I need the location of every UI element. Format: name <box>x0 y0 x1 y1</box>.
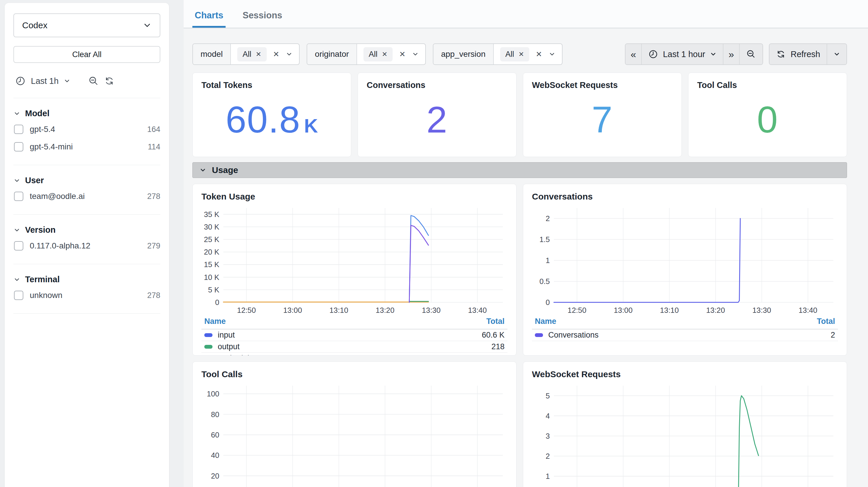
tool-calls-chart[interactable]: 12:5013:0013:1013:2013:3013:402040608010… <box>202 382 507 487</box>
source-select-value: Codex <box>22 21 48 30</box>
checkbox[interactable] <box>14 241 23 251</box>
svg-text:30 K: 30 K <box>204 223 219 231</box>
tab-charts[interactable]: Charts <box>192 10 226 28</box>
clear-all-button[interactable]: Clear All <box>13 46 160 63</box>
section-header-user[interactable]: User <box>13 175 160 185</box>
chevron-down-icon <box>13 177 21 184</box>
filter-item: 0.117.0-alpha.12 279 <box>13 239 160 252</box>
clock-icon <box>648 49 658 59</box>
chevron-down-icon[interactable] <box>412 51 419 58</box>
chevron-down-icon <box>13 110 21 117</box>
clear-filter-icon[interactable]: ✕ <box>536 50 542 59</box>
legend-name-header[interactable]: Name <box>204 317 226 326</box>
tab-bar: Charts Sessions <box>184 0 868 28</box>
refresh-icon <box>776 49 786 59</box>
remove-value-icon[interactable]: ✕ <box>519 51 524 58</box>
chevron-down-icon <box>834 51 840 57</box>
svg-text:12:50: 12:50 <box>237 306 256 314</box>
chevron-down-icon <box>143 21 152 30</box>
chevron-down-icon <box>13 227 21 234</box>
legend-row[interactable]: output 218 <box>202 341 507 353</box>
section-header-terminal[interactable]: Terminal <box>13 275 160 284</box>
chart-card-tool-calls: Tool Calls 12:5013:0013:1013:2013:3013:4… <box>192 361 517 487</box>
controls-row: model All ✕ ✕ originator All <box>192 43 847 65</box>
svg-text:60: 60 <box>211 431 219 439</box>
websocket-requests-chart[interactable]: 12:5013:0013:1013:2013:3013:4012345 <box>532 382 838 487</box>
sidebar-time-range-label[interactable]: Last 1h <box>31 76 59 86</box>
filter-chip-model: model All ✕ ✕ <box>192 43 300 65</box>
clear-filter-icon[interactable]: ✕ <box>273 50 280 59</box>
filter-value-pill[interactable]: All ✕ <box>500 47 529 61</box>
filter-item: gpt-5.4-mini 114 <box>13 140 160 153</box>
section-header-model[interactable]: Model <box>13 109 160 118</box>
checkbox[interactable] <box>14 192 23 201</box>
sidebar-time-controls: Last 1h <box>13 76 160 86</box>
filter-value-pill[interactable]: All ✕ <box>364 47 393 61</box>
divider <box>13 165 160 165</box>
stat-value: 0 <box>757 98 778 141</box>
legend-row[interactable]: input 60.6 K <box>202 329 507 341</box>
svg-text:1: 1 <box>546 472 550 480</box>
svg-text:13:40: 13:40 <box>468 306 487 314</box>
source-select[interactable]: Codex <box>13 13 160 37</box>
filter-chip-originator: originator All ✕ ✕ <box>307 43 426 65</box>
svg-text:0.5: 0.5 <box>539 277 550 286</box>
svg-text:1.5: 1.5 <box>539 235 550 244</box>
legend-table: Name Total Conversations 2 <box>532 316 838 341</box>
filter-value-pill[interactable]: All ✕ <box>237 47 267 61</box>
chevron-down-icon <box>200 167 206 173</box>
clear-filter-icon[interactable]: ✕ <box>399 50 405 59</box>
svg-text:20 K: 20 K <box>204 248 219 256</box>
stat-card-websocket-requests: WebSocket Requests 7 <box>523 72 682 157</box>
section-header-version[interactable]: Version <box>13 225 160 235</box>
chevron-down-icon[interactable] <box>64 78 70 84</box>
filter-chip-app-version: app_version All ✕ ✕ <box>433 43 562 65</box>
svg-text:13:10: 13:10 <box>329 306 348 314</box>
time-back-button[interactable]: « <box>625 44 642 64</box>
filter-sidebar: Codex Clear All Last 1h Model <box>5 3 169 487</box>
svg-text:12:50: 12:50 <box>567 306 586 314</box>
svg-text:100: 100 <box>207 390 219 398</box>
series-swatch <box>204 345 213 349</box>
legend-table: Name Total input 60.6 K output 218 <box>202 316 507 356</box>
svg-text:13:00: 13:00 <box>614 306 632 314</box>
svg-text:13:10: 13:10 <box>660 306 679 314</box>
svg-text:2: 2 <box>546 215 550 223</box>
stat-card-total-tokens: Total Tokens 60.8 K <box>192 72 351 157</box>
clock-icon <box>15 76 26 86</box>
conversations-chart[interactable]: 12:5013:0013:1013:2013:3013:4000.511.52 <box>532 204 838 316</box>
zoom-out-button[interactable] <box>739 44 763 64</box>
chart-card-conversations: Conversations 12:5013:0013:1013:2013:301… <box>523 184 847 356</box>
time-forward-button[interactable]: » <box>723 44 740 64</box>
checkbox[interactable] <box>14 142 23 152</box>
stat-card-tool-calls: Tool Calls 0 <box>688 72 847 157</box>
refresh-button[interactable]: Refresh <box>770 44 827 64</box>
legend-total-header[interactable]: Total <box>817 317 835 326</box>
checkbox[interactable] <box>14 291 23 300</box>
svg-text:13:30: 13:30 <box>752 306 771 314</box>
chart-card-websocket-requests: WebSocket Requests 12:5013:0013:1013:201… <box>523 361 847 487</box>
usage-section-header[interactable]: Usage <box>192 162 847 178</box>
remove-value-icon[interactable]: ✕ <box>382 51 388 58</box>
tab-sessions[interactable]: Sessions <box>240 10 284 28</box>
legend-row[interactable]: Conversations 2 <box>532 329 838 341</box>
svg-text:0: 0 <box>215 298 219 306</box>
legend-row[interactable]: cached_input 53.0 K <box>202 353 507 356</box>
stat-suffix: K <box>304 115 318 137</box>
chevron-down-icon[interactable] <box>286 51 292 58</box>
refresh-interval-button[interactable] <box>827 44 846 64</box>
legend-name-header[interactable]: Name <box>535 317 556 326</box>
zoom-out-icon[interactable] <box>88 76 99 86</box>
legend-total-header[interactable]: Total <box>487 317 505 326</box>
remove-value-icon[interactable]: ✕ <box>256 51 261 58</box>
time-range-button[interactable]: Last 1 hour <box>641 44 722 64</box>
checkbox[interactable] <box>14 125 23 134</box>
zoom-out-icon <box>746 49 756 59</box>
stat-value: 7 <box>592 98 613 141</box>
chart-card-token-usage: Token Usage 12:5013:0013:1013:2013:3013:… <box>192 184 517 356</box>
token-usage-chart[interactable]: 12:5013:0013:1013:2013:3013:4005 K10 K15… <box>202 204 507 316</box>
svg-text:35 K: 35 K <box>204 210 219 218</box>
filter-item: unknown 278 <box>13 289 160 302</box>
chevron-down-icon[interactable] <box>549 51 556 58</box>
refresh-icon[interactable] <box>104 76 115 86</box>
